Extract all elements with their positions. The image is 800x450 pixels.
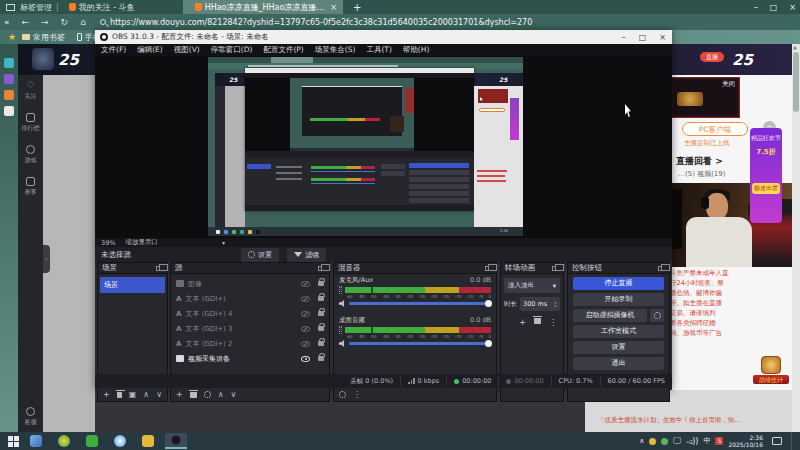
mixer-menu-icon[interactable]: ⋮ [353,390,361,399]
source-up-button[interactable]: ∧ [218,390,224,399]
lock-icon[interactable] [318,341,324,346]
page-scrollbar[interactable]: ▲ [792,44,800,432]
visibility-eye-icon[interactable] [301,341,310,347]
add-scene-button[interactable]: + [103,390,110,399]
sidepanel-app-icon[interactable] [4,90,14,100]
virtual-camera-button[interactable]: 启动虚拟摄像机 [573,309,647,322]
tray-security-icon[interactable]: S [715,437,723,445]
settings-button[interactable]: 设置 [573,341,664,354]
lock-icon[interactable] [318,311,324,316]
replay-title[interactable]: 直播回看 > [676,155,723,168]
add-source-button[interactable]: + [176,390,183,399]
scene-item-selected[interactable]: 场景 [100,277,165,293]
visibility-eye-icon[interactable] [301,281,310,287]
drag-grip-icon[interactable] [339,286,342,294]
source-row-selected[interactable]: 视频采集设备 [171,351,329,366]
taskbar-app-files[interactable] [25,433,47,449]
minimize-button[interactable]: – [754,3,758,12]
visibility-eye-icon[interactable] [301,326,310,332]
source-row[interactable]: A 文本 (GDI+) 4 [171,306,329,321]
source-row[interactable]: 图像 [171,276,329,291]
display-icon[interactable]: 🖵 [673,436,681,446]
scroll-up-icon[interactable]: ▲ [793,44,797,50]
scene-down-button[interactable]: ∨ [156,390,162,399]
taskbar-app-obs[interactable] [165,433,187,449]
drag-grip-icon[interactable] [339,326,342,334]
obs-minimize-button[interactable]: – [622,33,626,42]
url-input[interactable]: https://www.douyu.com/8212842?dyshid=137… [110,18,710,27]
obs-preview-area[interactable]: 25 25 [95,56,672,238]
stats-badge[interactable]: 战绩统计 [753,356,789,392]
lock-icon[interactable] [318,281,324,286]
source-row[interactable]: A 文本 (GDI+) 3 [171,321,329,336]
source-down-button[interactable]: ∨ [231,390,237,399]
studio-mode-button[interactable]: 工作室模式 [573,325,664,338]
visibility-eye-icon[interactable] [301,311,310,317]
visibility-eye-icon[interactable] [301,356,310,362]
sidebar-collapse-icon[interactable]: « [4,17,10,27]
scene-filters-button[interactable]: ▣ [129,390,137,399]
virtual-camera-settings-button[interactable] [650,309,664,322]
menu-tools[interactable]: 工具(T) [366,45,391,55]
source-filters-button[interactable]: 滤镜 [287,248,326,262]
sidebar-item-service[interactable]: 客服 [18,407,43,427]
show-desktop-button[interactable] [791,432,794,450]
forward-icon[interactable]: → [41,17,49,27]
volume-icon[interactable]: ◅)) [686,437,698,446]
close-button[interactable]: × [789,3,796,12]
stop-streaming-button[interactable]: 停止直播 [573,277,664,290]
transitions-panel-header[interactable]: 转场动画 [501,263,563,274]
sidebar-item-follow[interactable]: ♡ 关注 [18,81,43,101]
visibility-eye-icon[interactable] [301,296,310,302]
sidebar-item-match[interactable]: 赛事 [18,177,43,197]
taskbar-app-game[interactable] [137,433,159,449]
duration-spinner[interactable]: 300 ms ∧∨ [520,297,560,311]
reload-icon[interactable]: ↻ [61,17,69,27]
transition-menu-icon[interactable]: ⋮ [549,318,557,327]
sources-panel-header[interactable]: 源 [171,263,329,274]
video-tabs[interactable]: …(5) 视频(19) [678,169,726,179]
source-settings-icon[interactable] [204,391,211,398]
new-tab-button[interactable]: + [353,2,361,13]
menu-file[interactable]: 文件(F) [101,45,126,55]
source-row[interactable]: A 文本 (GDI+) 2 [171,336,329,351]
panel-expand-handle[interactable]: › [43,245,50,273]
menu-edit[interactable]: 编辑(E) [137,45,163,55]
tray-expand-icon[interactable]: ∧ [639,437,644,445]
maximize-button[interactable]: □ [770,3,778,12]
pc-client-button[interactable]: PC客户端 [682,122,748,136]
close-panel-button[interactable]: 关闭 [722,80,735,89]
speaker-icon[interactable] [339,340,346,347]
start-recording-button[interactable]: 开始录制 [573,293,664,306]
start-button[interactable] [8,436,19,447]
obs-maximize-button[interactable]: □ [639,33,647,42]
lock-icon[interactable] [318,296,324,301]
remove-source-button[interactable] [190,392,197,398]
tray-app-icon[interactable] [661,438,668,445]
source-properties-button[interactable]: 设置 [241,248,279,262]
taskbar-app-browser[interactable] [53,433,75,449]
lock-icon[interactable] [318,326,324,331]
home-icon[interactable]: ⌂ [80,17,86,27]
scenes-panel-header[interactable]: 场景 [98,263,167,274]
exit-button[interactable]: 退出 [573,357,664,370]
controls-panel-header[interactable]: 控制按钮 [568,263,669,274]
promo-banner[interactable]: 精品狂欢节 7.5折 极速出发 [750,128,782,223]
mixer-panel-header[interactable]: 混音器 [334,263,496,274]
menu-scene-collection[interactable]: 场景集合(S) [315,45,356,55]
remove-scene-button[interactable] [117,392,122,398]
ime-indicator[interactable]: 中 [703,436,710,446]
tray-app-icon[interactable] [649,438,656,445]
tab-active[interactable]: HHao凉凉直播_HHao凉凉直播… × [183,0,343,14]
taskbar-app-wechat[interactable] [81,433,103,449]
sidepanel-app-icon[interactable] [4,106,14,116]
transition-type-select[interactable]: 淡入淡出 ▾ [504,278,560,293]
star-icon[interactable]: ★ [8,32,16,42]
source-row[interactable]: A 文本 (GDI+) [171,291,329,306]
remove-transition-button[interactable] [534,318,541,324]
scene-up-button[interactable]: ∧ [143,390,149,399]
tab-close-icon[interactable]: × [330,3,337,12]
spinner-arrows-icon[interactable]: ∧∨ [554,301,557,307]
menu-help[interactable]: 帮助(H) [403,45,430,55]
tab-manager[interactable]: 标签管理 [20,2,52,13]
